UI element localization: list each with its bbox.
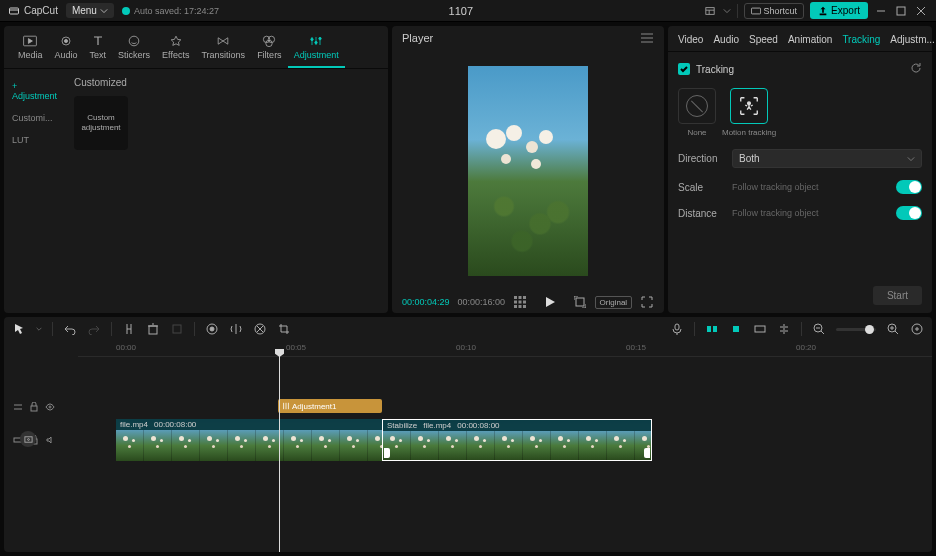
maximize-button[interactable]: [894, 4, 908, 18]
filters-icon: [261, 34, 277, 48]
rotate-icon[interactable]: [253, 322, 267, 336]
svg-point-28: [210, 327, 214, 331]
tool-icon: [170, 322, 184, 336]
effects-icon: [168, 34, 184, 48]
preview-icon[interactable]: [753, 322, 767, 336]
custom-adjustment-card[interactable]: Custom adjustment: [74, 96, 128, 150]
scale-toggle[interactable]: [896, 180, 922, 194]
video-clip-1[interactable]: file.mp400:00:08:00: [116, 419, 382, 461]
reset-icon[interactable]: [910, 62, 922, 76]
player-controls: 00:00:04:29 00:00:16:00 Original: [392, 291, 664, 313]
inspector-tab-animation[interactable]: Animation: [788, 34, 832, 45]
svg-rect-3: [897, 7, 905, 15]
time-current: 00:00:04:29: [402, 297, 450, 307]
tab-transitions[interactable]: Transitions: [195, 32, 251, 68]
direction-label: Direction: [678, 153, 724, 164]
sidebar-item-lut[interactable]: LUT: [4, 129, 66, 151]
keyboard-icon: [751, 7, 761, 15]
tab-media[interactable]: Media: [12, 32, 49, 68]
inspector-tab-adjustment[interactable]: Adjustm...: [890, 34, 934, 45]
title-bar: CapCut Menu Auto saved: 17:24:27 1107 Sh…: [0, 0, 936, 22]
sidebar-item-adjustment[interactable]: Adjustment: [4, 75, 66, 107]
svg-rect-17: [514, 301, 517, 304]
selection-tool-icon[interactable]: [12, 322, 26, 336]
section-label: Customized: [74, 77, 380, 88]
fit-icon[interactable]: [910, 322, 924, 336]
close-button[interactable]: [914, 4, 928, 18]
tab-stickers[interactable]: Stickers: [112, 32, 156, 68]
chevron-down-icon[interactable]: [36, 326, 42, 332]
delete-icon[interactable]: [146, 322, 160, 336]
svg-rect-38: [31, 406, 37, 411]
play-button[interactable]: [543, 295, 557, 309]
distance-toggle[interactable]: [896, 206, 922, 220]
adjustment-icon: [308, 34, 324, 48]
shortcut-button[interactable]: Shortcut: [744, 3, 805, 19]
save-dot-icon: [122, 7, 130, 15]
visibility-icon[interactable]: [44, 401, 56, 413]
tab-adjustment[interactable]: Adjustment: [288, 32, 345, 68]
lock-icon[interactable]: [28, 401, 40, 413]
svg-point-12: [315, 41, 317, 43]
tracking-checkbox[interactable]: [678, 63, 690, 75]
collapse-icon[interactable]: [12, 401, 24, 413]
project-title: 1107: [227, 5, 695, 17]
brand: CapCut: [8, 5, 58, 17]
tracking-option-none[interactable]: None: [678, 88, 716, 137]
clip-handle-left[interactable]: [384, 448, 390, 458]
layout-button[interactable]: [703, 4, 717, 18]
mirror-icon[interactable]: [229, 322, 243, 336]
svg-rect-0: [10, 8, 19, 14]
original-button[interactable]: Original: [595, 296, 633, 309]
svg-point-6: [64, 39, 67, 42]
export-button[interactable]: Export: [810, 2, 868, 19]
mic-icon[interactable]: [670, 322, 684, 336]
inspector-tab-tracking[interactable]: Tracking: [842, 34, 880, 45]
zoom-out-icon[interactable]: [812, 322, 826, 336]
mute-icon[interactable]: [44, 434, 56, 446]
menu-button[interactable]: Menu: [66, 3, 114, 18]
minimize-button[interactable]: [874, 4, 888, 18]
start-button[interactable]: Start: [873, 286, 922, 305]
motion-tracking-icon: [738, 95, 760, 117]
align-icon[interactable]: [777, 322, 791, 336]
player-menu-icon[interactable]: [640, 32, 654, 44]
distance-label: Distance: [678, 208, 724, 219]
split-icon[interactable]: [122, 322, 136, 336]
zoom-slider[interactable]: [836, 328, 876, 331]
clip-handle-right[interactable]: [644, 448, 650, 458]
chevron-down-icon[interactable]: [723, 7, 731, 15]
player-viewport[interactable]: [392, 50, 664, 291]
magnetic-icon[interactable]: [705, 322, 719, 336]
link-icon[interactable]: [729, 322, 743, 336]
tracking-option-motion[interactable]: Motion tracking: [722, 88, 776, 137]
tab-effects[interactable]: Effects: [156, 32, 195, 68]
time-total: 00:00:16:00: [458, 297, 506, 307]
inspector-tab-audio[interactable]: Audio: [713, 34, 739, 45]
crop-icon[interactable]: [277, 322, 291, 336]
video-clip-2[interactable]: Stabilizefile.mp400:00:08:00: [382, 419, 652, 461]
sidebar-item-customized[interactable]: Customi...: [4, 107, 66, 129]
direction-select[interactable]: Both: [732, 149, 922, 168]
media-icon: [22, 34, 38, 48]
tab-filters[interactable]: Filters: [251, 32, 288, 68]
zoom-in-icon[interactable]: [886, 322, 900, 336]
tab-text[interactable]: Text: [84, 32, 113, 68]
svg-point-7: [129, 36, 139, 46]
media-tabs: Media Audio Text Stickers Effects Transi…: [4, 26, 388, 69]
inspector-tab-video[interactable]: Video: [678, 34, 703, 45]
fullscreen-icon[interactable]: [640, 295, 654, 309]
timeline-ruler[interactable]: 00:00 00:05 00:10 00:15 00:20: [78, 341, 932, 357]
inspector-tab-speed[interactable]: Speed: [749, 34, 778, 45]
svg-rect-33: [733, 326, 739, 332]
track-badge-icon[interactable]: [20, 431, 36, 447]
tab-audio[interactable]: Audio: [49, 32, 84, 68]
undo-icon[interactable]: [63, 322, 77, 336]
chevron-down-icon: [907, 155, 915, 163]
svg-point-39: [49, 406, 51, 408]
svg-rect-25: [149, 326, 157, 334]
adjustment-clip[interactable]: Adjustment1: [278, 399, 382, 413]
record-icon[interactable]: [205, 322, 219, 336]
scale-icon[interactable]: [573, 295, 587, 309]
grid-icon[interactable]: [513, 295, 527, 309]
